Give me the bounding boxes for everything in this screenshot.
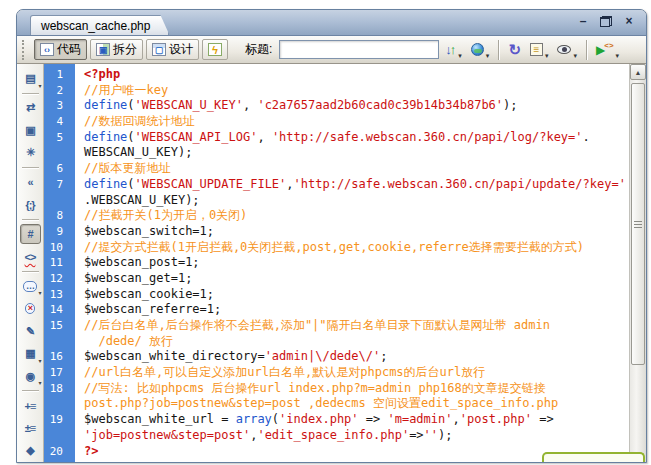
scroll-up-button[interactable]: ▲ [630,64,646,80]
close-button[interactable]: × [622,14,636,28]
collapse-selection-icon[interactable]: ▣ [20,120,41,141]
outdent-code-icon[interactable]: ±≡ [20,418,41,439]
line-number [44,334,75,350]
line-number: 3 [44,98,75,114]
code-row[interactable]: 'job=postnew&step=post','edit_space_info… [44,428,629,444]
code-line-text: define('WEBSCAN_API_LOG', 'http://safe.w… [75,130,590,146]
move-css-icon[interactable]: ◉▾ [20,366,41,387]
preview-in-browser-button[interactable]: ▾ [468,39,493,61]
view-options-button[interactable]: ≡ ▾ [527,39,552,61]
code-row[interactable]: /dede/ 放行 [44,334,629,350]
code-row[interactable]: 14$webscan_referre=1; [44,302,629,318]
code-row[interactable]: .WEBSCAN_U_KEY); [44,193,629,209]
line-number: 8 [44,208,75,224]
vertical-scrollbar[interactable]: ▲ [629,64,646,462]
code-row[interactable]: 9$webscan_switch=1; [44,224,629,240]
balance-braces-icon[interactable]: {;} [20,194,41,215]
code-editor[interactable]: 1<?php2//用户唯一key3define('WEBSCAN_U_KEY',… [44,64,629,462]
code-line-text: define('WEBSCAN_UPDATE_FILE','http://saf… [75,177,626,193]
wrap-tag-icon[interactable]: ✎ [20,321,41,342]
document-tab[interactable]: webscan_cache.php [30,15,169,35]
chevron-down-icon: ▾ [545,52,549,60]
code-row[interactable]: 11$webscan_post=1; [44,255,629,271]
split-view-button[interactable]: ▣ 拆分 [90,39,143,60]
expand-all-icon: ✳ [26,146,34,159]
code-row[interactable]: 7define('WEBSCAN_UPDATE_FILE','http://sa… [44,177,629,193]
open-documents-icon: ▤ [25,72,34,85]
code-line-text: /dede/ 放行 [75,334,173,350]
chevron-down-icon: ▾ [38,82,41,89]
indent-code-icon: +≡ [25,400,36,412]
line-number: 11 [44,255,75,271]
window-controls: – × [576,14,636,28]
code-view-button[interactable]: ‹› 代码 [34,39,87,60]
editor-content: ▤▾⇄▣✳«{;}#<>…▾×✎▦▾◉▾+≡±≡◆ 1<?php2//用户唯一k… [17,64,646,462]
refresh-button[interactable]: ↻ [505,39,524,61]
collapse-full-tag-icon[interactable]: ⇄ [20,97,41,118]
code-row[interactable]: 3define('WEBSCAN_U_KEY', 'c2a7657aad2b60… [44,98,629,114]
code-row[interactable]: 17//url白名单,可以自定义添加url白名单,默认是对phpcms的后台ur… [44,365,629,381]
recent-snippets-icon[interactable]: ▦▾ [20,343,41,364]
code-row[interactable]: 4//数据回调统计地址 [44,114,629,130]
code-row[interactable]: post.php?job=postnew&step=post ,dedecms … [44,396,629,412]
line-number [44,193,75,209]
line-number: 10 [44,240,75,256]
code-line-text: //提交方式拦截(1开启拦截,0关闭拦截,post,get,cookie,ref… [75,240,584,256]
toolbar-separator [22,93,39,94]
toolbar-separator [22,219,39,220]
code-view-icon: ‹› [40,43,54,56]
line-number: 17 [44,365,75,381]
check-browser-compatibility-button[interactable]: ▶ <> ▾ [593,39,622,61]
code-row[interactable]: 12$webscan_get=1; [44,271,629,287]
line-number: 18 [44,381,75,397]
scrollbar-thumb[interactable] [631,83,645,365]
globe-icon [471,43,484,56]
expand-all-icon[interactable]: ✳ [20,142,41,163]
code-row[interactable]: 13$webscan_cookie=1; [44,287,629,303]
code-view-label: 代码 [57,41,81,58]
toolbar-separator [586,40,587,60]
code-row[interactable]: 1<?php [44,67,629,83]
document-tab-label: webscan_cache.php [41,19,150,33]
toolbar-grip[interactable] [22,40,28,60]
line-numbers-icon[interactable]: # [20,224,41,245]
code-line-text: //拦截开关(1为开启，0关闭) [75,208,247,224]
code-row[interactable]: 6//版本更新地址 [44,161,629,177]
file-management-button[interactable]: ↓↑ ▾ [442,39,465,61]
minimize-button[interactable]: – [576,14,590,28]
outdent-code-icon: ±≡ [25,422,35,434]
format-source-code-icon[interactable]: ◆ [20,440,41,461]
collapse-full-tag-icon: ⇄ [26,101,34,114]
indent-code-icon[interactable]: +≡ [20,395,41,416]
code-line-text: $webscan_get=1; [75,271,192,287]
code-row[interactable]: 8//拦截开关(1为开启，0关闭) [44,208,629,224]
highlight-invalid-code-icon[interactable]: <> [20,246,41,267]
split-view-icon: ▣ [96,43,110,56]
chevron-down-icon: ▾ [458,52,462,60]
code-row[interactable]: WEBSCAN_U_KEY); [44,145,629,161]
code-line-text: $webscan_switch=1; [75,224,214,240]
code-row[interactable]: 10//提交方式拦截(1开启拦截,0关闭拦截,post,get,cookie,r… [44,240,629,256]
code-row[interactable]: 5define('WEBSCAN_API_LOG', 'http://safe.… [44,130,629,146]
code-row[interactable]: 15//后台白名单,后台操作将不会拦截,添加"|"隔开白名单目录下面默认是网址带… [44,318,629,334]
open-documents-icon[interactable]: ▤▾ [20,68,41,89]
apply-comment-icon[interactable]: …▾ [20,276,41,297]
restore-button[interactable] [599,14,613,28]
remove-comment-icon[interactable]: × [20,298,41,319]
code-row[interactable]: 19$webscan_white_url = array('index.php'… [44,412,629,428]
code-row[interactable]: 18//写法: 比如phpcms 后台操作url index.php?m=adm… [44,381,629,397]
highlight-invalid-code-icon: <> [25,251,36,263]
live-view-button[interactable]: ϟ [202,39,228,60]
visual-aids-button[interactable]: ▾ [554,39,580,61]
cutoff-green-panel [542,452,645,463]
line-number [44,428,75,444]
design-view-label: 设计 [169,41,193,58]
code-line-text: $webscan_white_directory='admin|\/dede\/… [75,349,387,365]
code-row[interactable]: 2//用户唯一key [44,83,629,99]
design-view-button[interactable]: ▢ 设计 [146,39,199,60]
title-input[interactable] [279,40,439,59]
select-parent-tag-icon[interactable]: « [20,172,41,193]
code-row[interactable]: 16$webscan_white_directory='admin|\/dede… [44,349,629,365]
list-icon: ≡ [530,43,543,56]
code-line-text: define('WEBSCAN_U_KEY', 'c2a7657aad2b60c… [75,98,518,114]
